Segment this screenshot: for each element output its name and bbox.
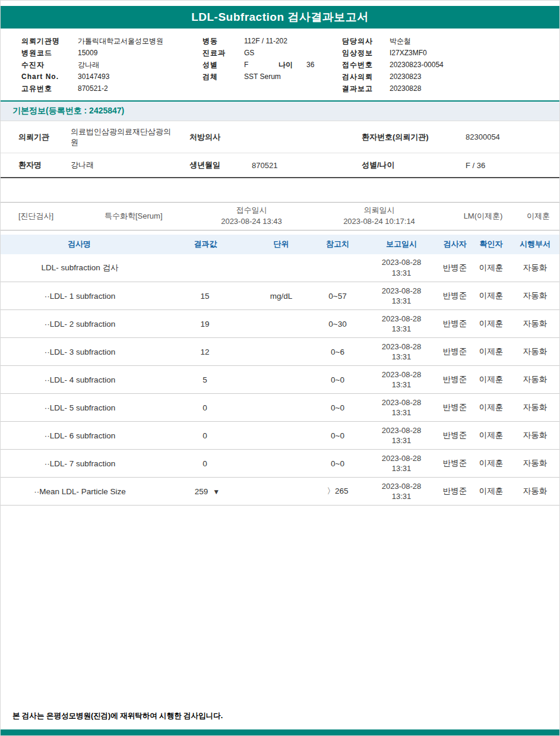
- field-label: 의뢰기관명: [21, 35, 78, 47]
- test-name: ··LDL- 6 subfraction: [1, 422, 158, 450]
- field-value: F / 36: [466, 161, 559, 170]
- reference-range: 0~6: [309, 338, 366, 366]
- age-value: 36: [306, 59, 314, 71]
- reference-range: 0~0: [309, 394, 366, 422]
- report-datetime: 2023-08-2813:31: [366, 254, 437, 282]
- test-name: ··LDL- 1 subfraction: [1, 282, 158, 310]
- report-date: 2023-08-28: [366, 314, 437, 324]
- reference-range: 0~0: [309, 422, 366, 450]
- field-value: 870521-2: [78, 83, 108, 94]
- header-field: 담당의사박순철: [342, 35, 553, 47]
- confirmer: 이제훈: [473, 422, 510, 450]
- section-dept: [진단검사]: [18, 211, 105, 222]
- department: 자동화: [510, 366, 560, 394]
- report-datetime: 2023-08-2813:31: [366, 366, 437, 394]
- report-date: 2023-08-28: [366, 286, 437, 296]
- low-flag-icon: ▼: [213, 488, 220, 496]
- field-value: I27XZ3MF0: [390, 47, 427, 59]
- header-field: 병원코드15009: [21, 47, 203, 59]
- test-name: ··LDL- 5 subfraction: [1, 394, 158, 422]
- result-number: 12: [200, 348, 209, 356]
- result-value: 5: [158, 366, 253, 394]
- table-row: LDL- subfraction 검사 2023-08-2813:31 반병준 …: [1, 254, 560, 282]
- tester: 반병준: [437, 366, 473, 394]
- tester: 반병준: [437, 478, 473, 506]
- department: 자동화: [510, 450, 560, 478]
- tester: 반병준: [437, 282, 473, 310]
- basic-info-title: 기본정보(등록번호 : 2425847): [12, 106, 124, 116]
- unit: [253, 394, 309, 422]
- receipt-label: 접수일시: [194, 205, 309, 216]
- field-value: 강나래: [78, 59, 99, 71]
- department: 자동화: [510, 254, 560, 282]
- field-value: 20230823-00054: [390, 59, 444, 71]
- age-label: 나이: [279, 59, 306, 71]
- unit: mg/dL: [253, 282, 309, 310]
- reference-range: 〉265: [309, 478, 366, 506]
- tester: 반병준: [437, 394, 473, 422]
- unit: [253, 450, 309, 478]
- page-title: LDL-Subfraction 검사결과보고서: [191, 10, 369, 25]
- report-title-bar: LDL-Subfraction 검사결과보고서: [1, 6, 559, 29]
- department: 자동화: [510, 282, 560, 310]
- report-date: 2023-08-28: [366, 369, 437, 380]
- result-number: 5: [203, 375, 207, 384]
- field-label: 수진자: [21, 59, 78, 71]
- report-date: 2023-08-28: [366, 481, 437, 492]
- header-field: 접수번호20230823-00054: [342, 59, 553, 71]
- footer-note: 본 검사는 은평성모병원(진검)에 재위탁하여 시행한 검사입니다.: [12, 711, 223, 721]
- result-value: 259▼: [158, 478, 253, 506]
- result-value: 0: [158, 422, 253, 450]
- header-field: 결과보고20230828: [342, 83, 553, 94]
- header-row: 검사명 결과값 단위 참고치 보고일시 검사자 확인자 시행부서: [1, 235, 560, 254]
- result-value: 0: [158, 394, 253, 422]
- col-header-reference: 참고치: [309, 235, 366, 254]
- header-field: 임상정보I27XZ3MF0: [342, 47, 553, 59]
- field-label: 병원코드: [21, 47, 78, 59]
- col-header-department: 시행부서: [510, 235, 560, 254]
- department: 자동화: [510, 478, 560, 506]
- confirmer: 이제훈: [473, 338, 510, 366]
- result-number: 19: [200, 320, 209, 328]
- report-header: 의뢰기관명가톨릭대학교서울성모병원 병원코드15009 수진자강나래 Chart…: [1, 29, 559, 97]
- reference-range: 0~0: [309, 450, 366, 478]
- confirmer: 이제훈: [473, 254, 510, 282]
- report-time: 13:31: [366, 408, 437, 418]
- report-time: 13:31: [366, 352, 437, 362]
- unit: [253, 310, 309, 338]
- field-value: 20230823: [390, 71, 421, 83]
- test-name: ··LDL- 4 subfraction: [1, 366, 158, 394]
- report-time: 13:31: [366, 491, 437, 502]
- field-label: 결과보고: [342, 83, 390, 94]
- department: 자동화: [510, 394, 560, 422]
- field-value: 15009: [78, 47, 97, 59]
- table-row: ··LDL- 5 subfraction 0 0~0 2023-08-2813:…: [1, 394, 560, 422]
- test-name: ··Mean LDL- Particle Size: [1, 478, 158, 506]
- col-header-result: 결과값: [158, 235, 253, 254]
- field-label: 검체: [203, 71, 244, 83]
- report-date: 2023-08-28: [366, 257, 437, 268]
- tester: 반병준: [437, 254, 473, 282]
- results-table-body: LDL- subfraction 검사 2023-08-2813:31 반병준 …: [1, 254, 560, 506]
- field-label: 고유번호: [21, 83, 78, 94]
- field-label: 담당의사: [342, 35, 390, 47]
- result-number: 0: [203, 431, 207, 440]
- section-lm: LM(이제훈): [449, 211, 517, 222]
- result-value: [158, 254, 253, 282]
- header-column-middle: 병동112F / 11-202 진료과GS 성별F나이36 검체SST Seru…: [203, 35, 342, 94]
- report-datetime: 2023-08-2813:31: [366, 450, 437, 478]
- field-value: 박순철: [390, 35, 411, 47]
- col-header-test-name: 검사명: [1, 235, 158, 254]
- unit: [253, 422, 309, 450]
- field-value: 870521: [252, 161, 362, 170]
- field-value: GS: [244, 47, 254, 59]
- unit: [253, 366, 309, 394]
- field-value: SST Serum: [244, 71, 281, 83]
- field-label: 성별: [203, 59, 244, 71]
- field-label: 환자명: [18, 160, 71, 170]
- header-field: Chart No.30147493: [21, 71, 203, 83]
- table-row: ··LDL- 1 subfraction 15 mg/dL 0~57 2023-…: [1, 282, 560, 310]
- header-field: 병동112F / 11-202: [203, 35, 342, 47]
- reference-range: 0~0: [309, 366, 366, 394]
- test-name: ··LDL- 2 subfraction: [1, 310, 158, 338]
